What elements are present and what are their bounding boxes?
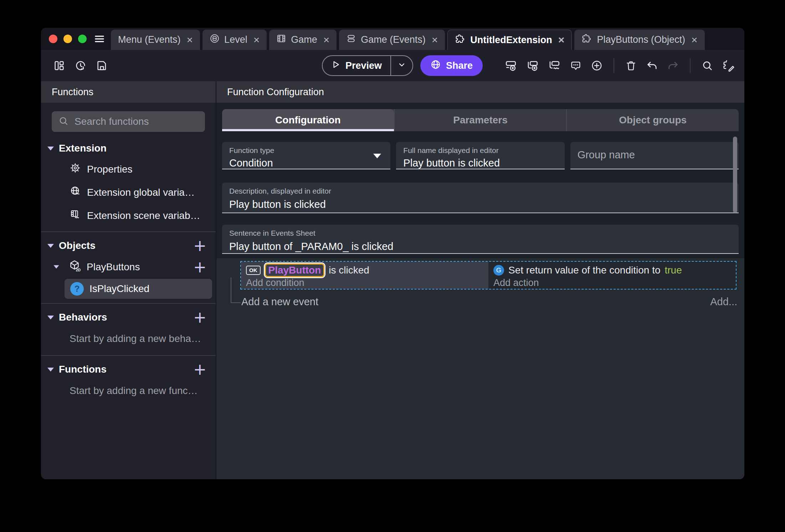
action-text: Set return value of the condition to [508, 265, 661, 276]
add-condition-button[interactable]: Add condition [246, 277, 488, 288]
condition-object-ref[interactable]: PlayButton [265, 264, 325, 277]
sidebar-item-extension-global-variables[interactable]: Extension global varia… [41, 181, 216, 204]
editor-tabs: Menu (Events) × Level × Game × [111, 30, 744, 50]
tab-playbuttons-object[interactable]: PlayButtons (Object) × [574, 30, 704, 50]
add-function-to-object-button[interactable]: + [193, 261, 206, 273]
sidebar-item-label: Extension scene variab… [87, 210, 200, 221]
sidebar-item-properties[interactable]: Properties [41, 158, 216, 181]
scrollbar[interactable] [733, 137, 737, 213]
functions-sidebar: Functions Extension Proper [41, 81, 216, 479]
search-functions-box[interactable] [52, 111, 205, 132]
trash-icon[interactable] [625, 60, 637, 72]
search-functions-input[interactable] [75, 116, 203, 127]
toolbar-separator [690, 58, 691, 73]
section-functions[interactable]: Functions + [41, 356, 216, 379]
redo-icon[interactable] [667, 60, 679, 72]
configuration-tabs: Configuration Parameters Object groups [222, 109, 739, 131]
tab-menu-events[interactable]: Menu (Events) × [111, 30, 200, 50]
maximize-window-button[interactable] [78, 35, 87, 43]
layout-icon[interactable] [53, 60, 65, 72]
save-icon[interactable] [96, 60, 108, 72]
film-icon [276, 34, 286, 46]
sidebar-item-isplayclicked[interactable]: ? IsPlayClicked [65, 279, 212, 299]
search-icon [58, 116, 69, 128]
description-field[interactable]: Description, displayed in editor [222, 183, 739, 213]
puzzle-icon [455, 34, 466, 47]
close-window-button[interactable] [49, 35, 57, 43]
chevron-down-icon [47, 244, 54, 248]
preview-options-button[interactable] [390, 56, 412, 75]
button-object-icon: OK [246, 266, 261, 275]
add-action-button[interactable]: Add action [493, 277, 736, 288]
behaviors-empty-hint: Start by adding a new beha… [41, 327, 216, 351]
film-variable-icon [70, 209, 81, 222]
tab-game[interactable]: Game × [269, 30, 337, 50]
function-type-select[interactable]: Function type Condition [222, 142, 390, 169]
undo-icon[interactable] [646, 60, 658, 72]
events-sheet[interactable]: OK PlayButton is clicked Add condition G… [216, 258, 744, 479]
functions-empty-hint: Start by adding a new func… [41, 379, 216, 403]
cube-2d-icon: 2D [68, 259, 81, 275]
sidebar-item-playbuttons[interactable]: 2D PlayButtons + [41, 256, 216, 277]
circle-plus-icon[interactable] [591, 60, 603, 72]
tab-label: PlayButtons (Object) [597, 34, 685, 45]
scene-icon [210, 34, 220, 46]
share-button[interactable]: Share [420, 55, 483, 76]
object-name-label: PlayButtons [87, 261, 193, 273]
group-name-field[interactable] [570, 142, 739, 169]
chevron-down-icon [53, 265, 59, 268]
close-icon[interactable]: × [322, 35, 330, 45]
description-input[interactable] [229, 199, 732, 210]
tab-level[interactable]: Level × [202, 30, 267, 50]
tab-object-groups[interactable]: Object groups [566, 109, 739, 131]
search-icon[interactable] [701, 60, 713, 72]
extension-edit-icon[interactable] [722, 59, 735, 72]
section-objects[interactable]: Objects + [41, 232, 216, 256]
preview-label: Preview [345, 60, 382, 71]
add-behavior-button[interactable]: + [193, 311, 206, 324]
full-name-input[interactable] [403, 157, 557, 169]
tab-bar: Menu (Events) × Level × Game × [41, 28, 744, 50]
tab-game-events[interactable]: Game (Events) × [339, 30, 445, 50]
add-new-event-button[interactable]: Add a new event [241, 296, 318, 308]
close-icon[interactable]: × [252, 35, 260, 45]
chevron-down-icon [47, 147, 54, 150]
add-free-function-button[interactable]: + [193, 363, 206, 376]
close-icon[interactable]: × [430, 35, 438, 45]
tab-label: Menu (Events) [118, 34, 181, 45]
section-extension[interactable]: Extension [41, 135, 216, 158]
minimize-window-button[interactable] [63, 35, 72, 43]
conditions-column[interactable]: OK PlayButton is clicked Add condition [241, 262, 488, 289]
group-name-input[interactable] [578, 149, 732, 161]
sentence-input[interactable] [229, 241, 732, 252]
tab-parameters[interactable]: Parameters [394, 109, 566, 131]
tab-untitled-extension[interactable]: UntitledExtension × [447, 30, 572, 50]
comment-icon[interactable] [570, 60, 582, 72]
full-name-field[interactable]: Full name displayed in editor [396, 142, 564, 169]
close-icon[interactable]: × [557, 35, 565, 45]
share-label: Share [446, 60, 473, 71]
add-object-button[interactable]: + [193, 239, 206, 252]
section-title: Behaviors [59, 312, 193, 323]
close-icon[interactable]: × [185, 35, 193, 45]
action-value: true [665, 265, 682, 276]
sentence-label: Sentence in Events Sheet [229, 229, 732, 237]
sentence-field[interactable]: Sentence in Events Sheet [222, 225, 739, 254]
add-subevent-icon[interactable] [526, 59, 539, 72]
add-other-event-icon[interactable] [548, 59, 561, 72]
add-more-button[interactable]: Add... [710, 296, 737, 308]
selected-event[interactable]: OK PlayButton is clicked Add condition G… [240, 261, 737, 290]
app-window: Menu (Events) × Level × Game × [41, 28, 744, 479]
actions-column[interactable]: G Set return value of the condition to t… [488, 262, 736, 289]
close-icon[interactable]: × [690, 35, 698, 45]
tab-configuration[interactable]: Configuration [222, 109, 394, 131]
puzzle-icon [581, 33, 592, 46]
add-event-icon[interactable] [504, 59, 517, 72]
section-behaviors[interactable]: Behaviors + [41, 304, 216, 327]
history-icon[interactable] [75, 60, 87, 72]
chevron-down-icon [47, 368, 54, 372]
preview-button[interactable]: Preview [322, 55, 413, 76]
menu-icon[interactable] [93, 34, 106, 44]
section-title: Functions [59, 364, 193, 375]
sidebar-item-extension-scene-variables[interactable]: Extension scene variab… [41, 204, 216, 227]
